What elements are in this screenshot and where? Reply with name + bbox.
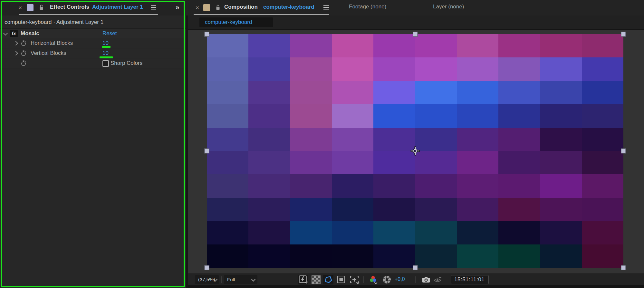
reset-button[interactable]: Reset xyxy=(102,30,117,37)
mosaic-cell xyxy=(540,198,582,221)
vertical-blocks-value[interactable]: 10 xyxy=(102,50,109,56)
channel-settings-button[interactable] xyxy=(369,275,377,283)
unlock-icon[interactable] xyxy=(215,4,221,11)
effect-name[interactable]: Mosaic xyxy=(21,30,39,37)
horizontal-blocks-value[interactable]: 10 xyxy=(102,40,109,46)
selection-handle[interactable] xyxy=(413,32,418,37)
tab-footage[interactable]: Footage (none) xyxy=(349,4,386,10)
panel-title[interactable]: Composition xyxy=(224,4,258,10)
mosaic-cell xyxy=(332,57,373,81)
timecode-value: 15:51:11:01 xyxy=(454,276,485,283)
mosaic-cell xyxy=(457,81,498,104)
selection-handle[interactable] xyxy=(621,265,626,270)
stopwatch-icon[interactable] xyxy=(21,40,26,46)
mosaic-cell xyxy=(457,57,498,81)
toolbar-divider xyxy=(221,276,222,283)
stopwatch-icon[interactable] xyxy=(21,50,26,56)
selection-handle[interactable] xyxy=(621,149,626,154)
property-row-horizontal-blocks[interactable]: Horizontal Blocks 10 xyxy=(0,38,186,48)
mosaic-cell xyxy=(582,57,623,81)
mosaic-cell xyxy=(415,81,457,104)
mosaic-cell xyxy=(457,34,498,57)
mosaic-cell xyxy=(207,57,248,81)
selection-handle[interactable] xyxy=(205,32,209,37)
unlock-icon[interactable] xyxy=(39,4,44,11)
chevron-down-icon xyxy=(251,277,255,282)
mask-visibility-button[interactable] xyxy=(323,275,333,284)
magnification-value: (37,5%) xyxy=(198,277,215,282)
mosaic-cell xyxy=(290,244,332,268)
reset-exposure-button[interactable] xyxy=(383,276,391,283)
mosaic-cell xyxy=(248,34,290,57)
mosaic-cell xyxy=(415,104,457,127)
mosaic-cell xyxy=(248,57,290,81)
panel-overflow-icon[interactable]: » xyxy=(176,3,179,11)
mosaic-cell xyxy=(498,34,540,57)
effect-header-row[interactable]: fx Mosaic Reset xyxy=(0,28,186,39)
mosaic-cell xyxy=(373,221,415,244)
selection-handle[interactable] xyxy=(621,32,626,37)
mosaic-cell xyxy=(248,198,290,221)
mosaic-cell xyxy=(373,104,415,127)
mosaic-cell xyxy=(207,174,248,197)
mosaic-cell xyxy=(498,244,540,268)
close-icon[interactable]: × xyxy=(18,5,22,11)
mosaic-cell xyxy=(415,221,457,244)
mosaic-cell xyxy=(373,57,415,81)
toolbar-divider xyxy=(415,276,416,283)
sharp-colors-checkbox[interactable] xyxy=(102,60,109,67)
mosaic-cell xyxy=(290,81,332,104)
mosaic-cell xyxy=(582,81,623,104)
panel-menu-icon[interactable] xyxy=(151,7,156,8)
transparency-grid-button[interactable] xyxy=(312,275,321,284)
property-row-sharp-colors[interactable]: Sharp Colors xyxy=(0,58,186,68)
mosaic-cell xyxy=(332,34,373,57)
stopwatch-icon[interactable] xyxy=(21,60,26,66)
context-title: computer-keyboard · Adjustment Layer 1 xyxy=(5,19,103,25)
close-icon[interactable]: × xyxy=(196,5,199,11)
chevron-down-icon[interactable] xyxy=(3,31,8,35)
chevron-right-icon[interactable] xyxy=(14,41,18,45)
panel-menu-icon[interactable] xyxy=(323,7,329,8)
exposure-value[interactable]: +0,0 xyxy=(395,276,405,282)
mosaic-cell xyxy=(415,151,457,174)
mosaic-cell xyxy=(207,104,248,127)
mosaic-cell xyxy=(290,34,332,57)
mosaic-cell xyxy=(290,198,332,221)
mosaic-cell xyxy=(332,128,373,151)
anchor-point-icon[interactable] xyxy=(410,146,420,156)
mosaic-cell xyxy=(332,174,373,197)
mosaic-cell xyxy=(540,221,582,244)
tab-layer[interactable]: Layer (none) xyxy=(433,4,464,10)
fast-previews-button[interactable] xyxy=(298,275,308,284)
mosaic-cell xyxy=(332,104,373,127)
grid-guides-button[interactable] xyxy=(350,275,359,284)
mosaic-cell xyxy=(582,104,623,127)
panel-target-layer[interactable]: Adjustment Layer 1 xyxy=(92,4,143,10)
comp-navigator-item[interactable]: computer-keyboard xyxy=(199,17,273,27)
preview-time-indicator[interactable]: 15:51:11:01 xyxy=(451,275,489,284)
composition-viewer[interactable] xyxy=(188,30,644,273)
magnification-dropdown[interactable]: (37,5%) xyxy=(195,275,219,284)
mosaic-cell xyxy=(290,221,332,244)
selection-handle[interactable] xyxy=(205,149,209,154)
mosaic-cell xyxy=(415,128,457,151)
panel-title[interactable]: Effect Controls xyxy=(50,4,89,10)
selection-handle[interactable] xyxy=(413,265,418,270)
region-of-interest-button[interactable] xyxy=(337,275,346,284)
chevron-right-icon[interactable] xyxy=(14,51,18,55)
mosaic-cell xyxy=(332,221,373,244)
active-tab-underline xyxy=(19,14,158,15)
panel-target-comp[interactable]: computer-keyboard xyxy=(263,4,314,10)
mosaic-cell xyxy=(290,174,332,197)
property-label: Horizontal Blocks xyxy=(31,40,73,46)
take-snapshot-button[interactable] xyxy=(422,276,430,283)
resolution-dropdown[interactable]: Full xyxy=(224,275,257,284)
mosaic-cell xyxy=(498,221,540,244)
selection-handle[interactable] xyxy=(205,265,209,270)
mosaic-cell xyxy=(248,104,290,127)
mosaic-cell xyxy=(373,34,415,57)
show-snapshot-button[interactable] xyxy=(433,276,442,283)
property-row-vertical-blocks[interactable]: Vertical Blocks 10 xyxy=(0,48,186,58)
mosaic-cell xyxy=(540,34,582,57)
